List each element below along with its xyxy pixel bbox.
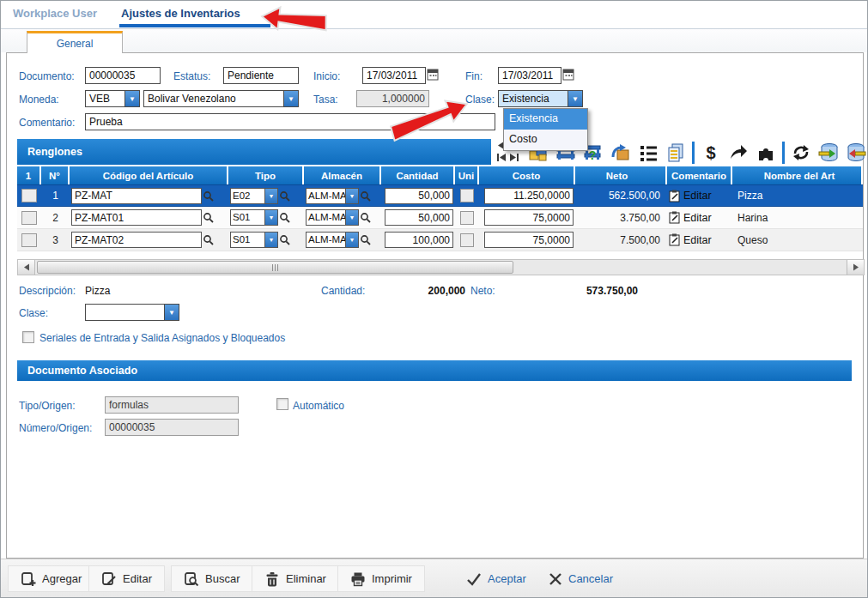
table-row[interactable]: 2 S01▼ ALM-MA▼ 3.750,00 Editar Harina bbox=[17, 207, 863, 229]
costo-input[interactable] bbox=[484, 188, 574, 204]
documento-asociado-section-header: Documento Asociado bbox=[17, 360, 852, 381]
moneda-name-select[interactable]: Bolivar Venezolano ▼ bbox=[143, 90, 299, 107]
refresh-icon[interactable] bbox=[790, 142, 812, 164]
clase-select[interactable]: Existencia ▼ bbox=[498, 90, 583, 107]
uni-cell[interactable] bbox=[460, 189, 474, 202]
codigo-input[interactable] bbox=[71, 209, 202, 226]
cancelar-button[interactable]: Cancelar bbox=[537, 565, 625, 592]
clase-option-existencia[interactable]: Existencia bbox=[504, 109, 587, 130]
editar-row-button[interactable]: Editar bbox=[669, 190, 712, 202]
fin-date-input[interactable] bbox=[498, 67, 561, 84]
clase-dropdown-list: Existencia Costo bbox=[503, 108, 588, 151]
almacen-select[interactable]: ALM-MA▼ bbox=[306, 232, 359, 248]
col-header-cantidad: Cantidad bbox=[381, 166, 455, 184]
editar-label: Editar bbox=[683, 212, 712, 224]
col-header-uni: Uni bbox=[455, 166, 479, 184]
chevron-down-icon[interactable]: ▼ bbox=[345, 189, 358, 203]
search-icon[interactable] bbox=[359, 190, 372, 202]
table-row[interactable]: 1 E02▼ ALM-MA▼ 562.500,00 Editar Pizza bbox=[17, 184, 863, 207]
agregar-button[interactable]: Agregar bbox=[8, 565, 94, 592]
export-box-icon[interactable] bbox=[610, 142, 632, 164]
codigo-input[interactable] bbox=[71, 188, 202, 204]
editar-row-button[interactable]: Editar bbox=[669, 211, 712, 224]
copy-documents-icon[interactable] bbox=[665, 142, 687, 164]
database-in-icon[interactable] bbox=[817, 142, 840, 164]
cantidad-input[interactable] bbox=[385, 188, 453, 204]
database-out-icon[interactable] bbox=[845, 142, 867, 164]
clase-option-costo[interactable]: Costo bbox=[504, 130, 587, 150]
cantidad-input[interactable] bbox=[385, 209, 453, 226]
codigo-input[interactable] bbox=[71, 232, 202, 248]
row-selector[interactable] bbox=[21, 211, 37, 225]
costo-input[interactable] bbox=[484, 209, 574, 226]
tipo-select[interactable]: S01▼ bbox=[230, 209, 278, 226]
estatus-input[interactable] bbox=[223, 67, 299, 84]
chevron-down-icon[interactable]: ▼ bbox=[283, 91, 298, 106]
inicio-calendar-icon[interactable] bbox=[427, 68, 440, 82]
clase-renglon-select[interactable]: ▼ bbox=[85, 304, 179, 321]
tab-workplace-user[interactable]: Workplace User bbox=[13, 7, 97, 20]
tipo-select[interactable]: S01▼ bbox=[230, 232, 278, 248]
inicio-date-input[interactable] bbox=[362, 67, 426, 84]
table-horizontal-scrollbar[interactable] bbox=[17, 259, 865, 275]
fin-calendar-icon[interactable] bbox=[562, 68, 575, 82]
automatico-checkbox[interactable] bbox=[276, 398, 288, 410]
chevron-down-icon[interactable]: ▼ bbox=[264, 189, 277, 203]
chevron-down-icon[interactable]: ▼ bbox=[264, 233, 277, 247]
editar-row-button[interactable]: Editar bbox=[669, 233, 712, 246]
annotation-arrow-clase bbox=[367, 96, 475, 149]
buscar-button[interactable]: Buscar bbox=[171, 565, 252, 592]
uni-cell[interactable] bbox=[460, 233, 474, 247]
documento-input[interactable] bbox=[85, 67, 161, 84]
search-icon[interactable] bbox=[202, 212, 215, 223]
action-bar: Agregar Editar Buscar Eliminar Imprimir … bbox=[1, 559, 867, 597]
dollar-icon[interactable]: $ bbox=[700, 142, 722, 164]
tab-ajustes-de-inventarios[interactable]: Ajustes de Inventarios bbox=[121, 7, 240, 20]
moneda-code-select[interactable]: VEB ▼ bbox=[85, 90, 140, 107]
trash-icon bbox=[264, 571, 280, 587]
nav-last-icon[interactable] bbox=[509, 153, 519, 162]
costo-input[interactable] bbox=[484, 232, 574, 248]
tipo-value: S01 bbox=[231, 233, 264, 247]
app-window: Workplace User Ajustes de Inventarios Ge… bbox=[0, 0, 868, 598]
search-icon[interactable] bbox=[278, 234, 291, 245]
search-icon[interactable] bbox=[278, 190, 291, 202]
scroll-right-button[interactable] bbox=[847, 260, 864, 275]
editar-label: Editar bbox=[123, 572, 152, 585]
cantidad-input[interactable] bbox=[385, 232, 453, 248]
list-icon[interactable] bbox=[637, 142, 659, 164]
scrollbar-thumb[interactable] bbox=[37, 261, 513, 274]
imprimir-button[interactable]: Imprimir bbox=[337, 565, 425, 592]
scroll-left-button[interactable] bbox=[18, 260, 35, 275]
tipo-select[interactable]: E02▼ bbox=[230, 188, 278, 204]
chevron-down-icon[interactable]: ▼ bbox=[345, 233, 358, 247]
aceptar-button[interactable]: Aceptar bbox=[454, 565, 538, 592]
printer-icon bbox=[350, 571, 366, 587]
chevron-down-icon[interactable]: ▼ bbox=[264, 210, 277, 225]
search-icon[interactable] bbox=[202, 190, 215, 202]
almacen-value: ALM-MA bbox=[307, 233, 345, 247]
editar-button[interactable]: Editar bbox=[88, 565, 165, 592]
search-icon[interactable] bbox=[278, 212, 291, 223]
chevron-down-icon[interactable]: ▼ bbox=[568, 91, 582, 106]
general-panel: Documento: Estatus: Inicio: Fin: Moneda:… bbox=[6, 52, 864, 559]
chevron-down-icon[interactable]: ▼ bbox=[124, 91, 139, 106]
almacen-select[interactable]: ALM-MA▼ bbox=[306, 188, 359, 204]
forward-arrow-icon[interactable] bbox=[727, 142, 750, 164]
uni-cell[interactable] bbox=[460, 211, 474, 225]
table-row[interactable]: 3 S01▼ ALM-MA▼ 7.500,00 Editar Queso bbox=[17, 229, 863, 251]
search-icon[interactable] bbox=[359, 234, 372, 245]
chevron-down-icon[interactable]: ▼ bbox=[345, 210, 358, 225]
nav-first-icon[interactable] bbox=[496, 153, 507, 162]
puzzle-icon[interactable] bbox=[755, 142, 777, 164]
eliminar-button[interactable]: Eliminar bbox=[252, 565, 339, 592]
search-icon[interactable] bbox=[202, 234, 215, 245]
almacen-select[interactable]: ALM-MA▼ bbox=[306, 209, 359, 226]
row-selector[interactable] bbox=[21, 233, 37, 247]
tab-general[interactable]: General bbox=[27, 31, 123, 53]
seriales-checkbox[interactable] bbox=[22, 331, 34, 343]
row-selector[interactable] bbox=[21, 189, 37, 202]
active-tab-underline bbox=[119, 24, 270, 27]
chevron-down-icon[interactable]: ▼ bbox=[164, 305, 179, 320]
search-icon[interactable] bbox=[359, 212, 372, 223]
